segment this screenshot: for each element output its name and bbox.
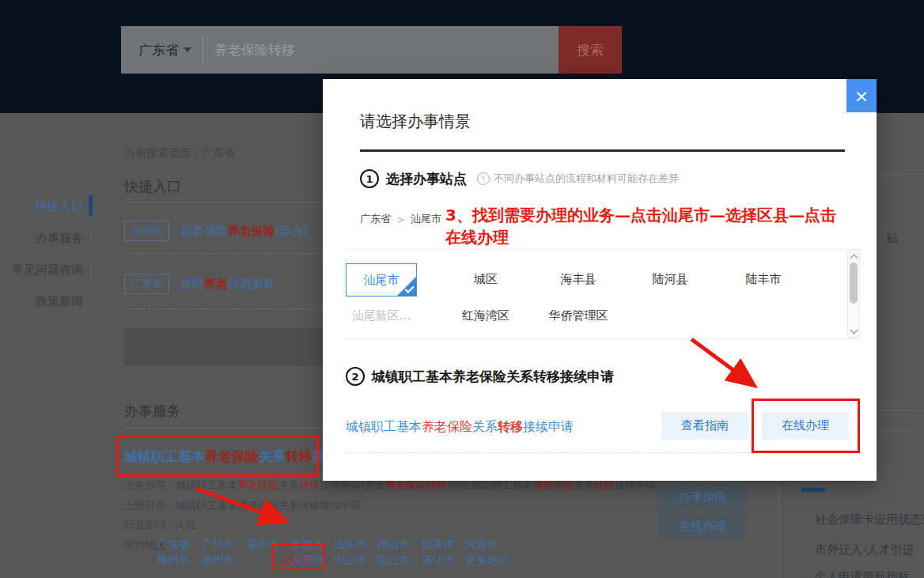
sidebar-active-indicator xyxy=(89,195,93,216)
info-icon: ! xyxy=(477,172,490,185)
link-text: 城镇职工基本 xyxy=(346,419,422,434)
link-keyword: 转移 xyxy=(498,419,523,434)
service-main-link[interactable]: 城镇职工基本养老保险关系转移接续 xyxy=(124,448,339,466)
bullet-icon xyxy=(804,549,807,552)
right-sidebar-partial-text: 贴 xyxy=(886,231,898,246)
search-bar: 广东省 养老保险转移 xyxy=(121,26,559,74)
sidebar-divider xyxy=(91,190,92,411)
link-keyword: 养老保险 xyxy=(228,224,275,238)
quick-entry-link[interactable]: 我要领取养老保险(导办) xyxy=(180,224,309,239)
search-region-label: 广东省 xyxy=(138,41,179,59)
scrollbar-thumb[interactable] xyxy=(850,263,858,304)
search-region-select[interactable]: 广东省 xyxy=(138,41,191,59)
region-option[interactable]: 陆丰市 xyxy=(728,272,799,287)
link-text: 关系 xyxy=(472,419,498,434)
dialog-title: 请选择办事情景 xyxy=(360,111,471,132)
breadcrumb-city: 汕尾市 xyxy=(411,212,441,226)
online-handle-button[interactable]: 在线办理 xyxy=(762,412,849,440)
sidebar-item-faq[interactable]: 常见问题咨询 xyxy=(0,263,83,277)
separator xyxy=(346,452,854,453)
region-link[interactable]: 珠海市 xyxy=(291,538,324,552)
search-divider xyxy=(203,36,203,63)
region-option[interactable]: 红海湾区 xyxy=(450,308,521,323)
region-link[interactable]: 韶关市 xyxy=(422,538,455,552)
right-panel-item-label: 社会保障卡应用状态查 xyxy=(815,512,924,527)
region-option[interactable]: 华侨管理区 xyxy=(543,308,614,323)
quick-entry-tag[interactable]: 深圳市 xyxy=(124,221,169,241)
keyword: 转移 xyxy=(299,479,320,491)
close-icon[interactable]: × xyxy=(846,79,877,112)
region-scrollbar[interactable] xyxy=(847,251,860,338)
breadcrumb-province[interactable]: 广东省 xyxy=(360,212,391,226)
region-link[interactable]: 佛山市 xyxy=(377,538,411,552)
region-option[interactable]: 城区 xyxy=(450,272,521,287)
region-option[interactable]: 陆河县 xyxy=(634,272,706,287)
sidebar-item-policy-news[interactable]: 政策新闻 xyxy=(0,294,83,308)
scene-select-dialog: × 请选择办事情景 1 选择办事站点 ! 不同办事站点的流程和材料可能存在差异 … xyxy=(323,79,877,481)
quick-entry-item: 深圳市 我要领取养老保险(导办) xyxy=(124,221,309,241)
breadcrumb: 广东省 > 汕尾市 xyxy=(360,212,441,226)
right-panel-tab-indicator xyxy=(801,488,825,492)
region-link[interactable]: 惠州市 xyxy=(202,553,235,568)
region-link[interactable]: 湛江市 xyxy=(422,553,455,568)
sidebar-item-quick-entry[interactable]: 快捷入口 xyxy=(0,199,83,213)
step2-header: 2 城镇职工基本养老保险关系转移接续申请 xyxy=(346,367,614,386)
region-link[interactable]: 河源市 xyxy=(465,538,498,552)
link-keyword: 养老 xyxy=(204,277,228,291)
step1-tip: ! 不同办事站点的流程和材料可能存在差异 xyxy=(477,172,679,186)
text: 业务办理：城镇职工基本 xyxy=(124,479,237,491)
sidebar-item-services[interactable]: 办事服务 xyxy=(0,231,83,245)
right-panel-item-label: 个人申请更新指标 xyxy=(815,569,910,578)
search-button[interactable]: 搜索 xyxy=(559,26,622,74)
guide-button[interactable]: 办事指南 xyxy=(658,484,747,509)
view-guide-button[interactable]: 查看指南 xyxy=(661,412,748,440)
region-link[interactable]: 深圳市 xyxy=(246,538,279,552)
keyword: 养老保险 xyxy=(237,479,278,491)
keyword: 转移 xyxy=(594,479,615,491)
quick-entry-link[interactable]: 居民养老待遇测算 xyxy=(180,277,275,292)
region-link-more[interactable]: 更多地区 xyxy=(465,553,509,568)
region-link[interactable]: 中山市 xyxy=(334,553,367,568)
link-keyword: 养老保险 xyxy=(205,448,259,464)
text: 接续申请(开发 xyxy=(320,479,385,491)
link-keyword: 转移 xyxy=(286,448,312,464)
step1-header: 1 选择办事站点 ! 不同办事站点的流程和材料可能存在差异 xyxy=(360,169,679,188)
quick-entry-tag[interactable]: 广东省 xyxy=(124,274,169,294)
online-apply-button[interactable]: 在线办理 xyxy=(658,514,747,539)
service-item-link[interactable]: 城镇职工基本养老保险关系转移接续申请 xyxy=(346,419,574,436)
region-link[interactable]: 东莞市 xyxy=(291,553,324,568)
link-text: 我要领取 xyxy=(180,224,228,238)
region-link[interactable]: 广州市 xyxy=(202,538,235,552)
step1-number-icon: 1 xyxy=(360,169,379,188)
text: 关系 xyxy=(574,479,594,491)
region-link[interactable]: 广东省 xyxy=(157,538,190,552)
bullet-icon xyxy=(804,519,807,522)
right-sidebar-edge-line xyxy=(877,410,924,410)
link-text: 待遇测算 xyxy=(228,277,275,291)
region-link[interactable]: 汕头市 xyxy=(334,538,367,552)
right-panel-item[interactable]: 社会保障卡应用状态查 xyxy=(804,512,924,527)
step2-label: 城镇职工基本养老保险关系转移接续申请 xyxy=(372,368,614,386)
step1-label: 选择办事站点 xyxy=(386,170,467,188)
region-option-label: 汕尾市 xyxy=(364,273,400,288)
right-panel-item[interactable]: 市外迁入-人才引进 xyxy=(804,542,914,557)
scroll-up-icon[interactable] xyxy=(850,255,858,263)
scroll-down-icon[interactable] xyxy=(850,327,858,334)
chevron-down-icon xyxy=(184,47,191,52)
region-grid: 汕尾市 城区 海丰县 陆河县 陆丰市 汕尾新区... 红海湾区 华侨管理区 xyxy=(346,249,860,339)
region-link[interactable]: 阳江市 xyxy=(377,553,411,568)
right-panel-item[interactable]: 个人申请更新指标 xyxy=(804,569,910,578)
link-text: 接续申请 xyxy=(523,419,574,434)
bullet-icon xyxy=(804,576,807,578)
search-input[interactable]: 养老保险转移 xyxy=(214,41,295,59)
region-option-disabled[interactable]: 汕尾新区... xyxy=(346,308,417,323)
right-panel-divider xyxy=(778,481,779,578)
service-dept-line: 行业部门：人社 xyxy=(124,518,196,532)
link-text: (导办) xyxy=(275,224,309,238)
app-window: 广东省 养老保险转移 搜索 快捷入口 办事服务 常见问题咨询 政策新闻 当前搜索… xyxy=(0,0,924,578)
region-option-selected[interactable]: 汕尾市 xyxy=(346,263,417,297)
region-option[interactable]: 海丰县 xyxy=(543,272,614,287)
right-panel-item-label: 市外迁入-人才引进 xyxy=(815,542,914,557)
region-link[interactable]: 梅州市 xyxy=(157,553,190,568)
right-sidebar-edge-line xyxy=(877,430,924,431)
